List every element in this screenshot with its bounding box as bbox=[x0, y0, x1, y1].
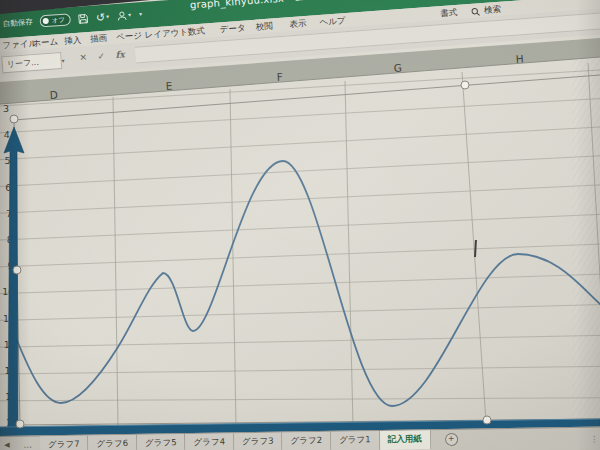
row-header-4[interactable]: 4 bbox=[4, 129, 10, 140]
insert-function-icon[interactable]: fx bbox=[115, 49, 125, 60]
moire-texture bbox=[572, 50, 600, 430]
autosave-label: 自動保存 bbox=[2, 17, 33, 29]
sheet-tab-active[interactable]: 記入用紙 bbox=[379, 430, 430, 450]
column-header-F[interactable]: F bbox=[276, 71, 283, 83]
name-box[interactable]: リーフ... bbox=[1, 52, 62, 73]
enter-icon[interactable]: ✓ bbox=[97, 51, 105, 62]
sheet-tab-graph7[interactable]: グラフ7 bbox=[40, 436, 89, 450]
handle-top-left bbox=[10, 115, 18, 123]
handle-top-mid bbox=[461, 81, 469, 89]
undo-button[interactable]: ↺▾ bbox=[96, 11, 110, 23]
toggle-dot-icon bbox=[43, 18, 49, 24]
handle-bottom-mid bbox=[483, 416, 491, 424]
sheet-tab-graph2[interactable]: グラフ2 bbox=[282, 432, 331, 450]
strip-divider-dots-icon: ⋮ bbox=[590, 434, 598, 443]
handle-left-mid bbox=[13, 266, 21, 274]
column-header-E[interactable]: E bbox=[165, 80, 172, 92]
add-sheet-icon[interactable]: + bbox=[445, 433, 458, 446]
column-header-D[interactable]: D bbox=[49, 88, 58, 101]
sheet-scroll-left-icon[interactable]: ◀ bbox=[4, 441, 10, 449]
column-header-H[interactable]: H bbox=[515, 52, 524, 65]
handle-bottom-left bbox=[16, 420, 24, 428]
row-header-5[interactable]: 5 bbox=[4, 155, 10, 166]
cancel-icon[interactable]: ✕ bbox=[79, 52, 87, 63]
sheet-tab-graph1[interactable]: グラフ1 bbox=[331, 431, 380, 450]
qat-customize-button[interactable]: ▾ bbox=[138, 11, 142, 17]
sheet-tab-graph4[interactable]: グラフ4 bbox=[185, 433, 234, 450]
column-header-G[interactable]: G bbox=[393, 61, 402, 74]
autosave-toggle[interactable]: オフ bbox=[39, 13, 71, 27]
sheet-tab-graph3[interactable]: グラフ3 bbox=[234, 433, 283, 450]
document-title: graph_kinyuu.xlsx - Exce bbox=[190, 0, 320, 10]
name-box-caret-icon[interactable]: ▾ bbox=[61, 57, 65, 64]
user-caret-icon: ▾ bbox=[128, 12, 131, 18]
search-icon bbox=[471, 7, 481, 17]
save-icon[interactable] bbox=[78, 12, 90, 24]
sheet-tabs-overflow[interactable]: … bbox=[23, 439, 32, 449]
undo-icon: ↺ bbox=[96, 11, 106, 23]
autosave-state: オフ bbox=[51, 15, 65, 25]
qat-customize-icon: ▾ bbox=[139, 11, 142, 17]
undo-caret-icon: ▾ bbox=[106, 13, 109, 19]
sheet-tab-graph6[interactable]: グラフ6 bbox=[88, 435, 137, 450]
sheet-tab-graph5[interactable]: グラフ5 bbox=[137, 434, 186, 450]
user-icon[interactable]: ▾ bbox=[116, 9, 132, 21]
row-header-3[interactable]: 3 bbox=[3, 103, 9, 114]
